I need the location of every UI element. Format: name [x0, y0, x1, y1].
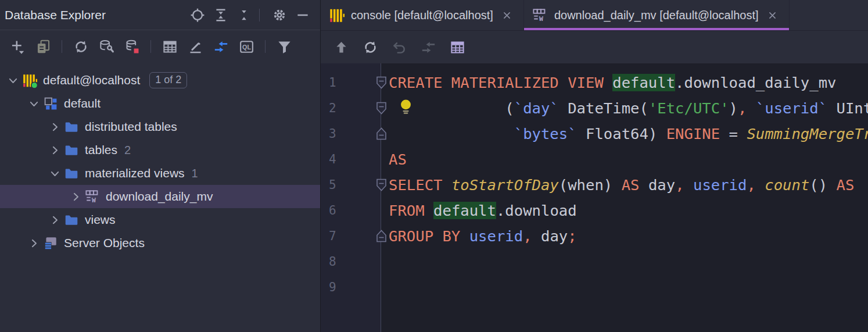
clickhouse-icon — [329, 8, 345, 23]
code-line-4: 4AS — [321, 147, 868, 172]
tab-download-daily-mv[interactable]: Wdownload_daily_mv [default@localhost] — [524, 0, 790, 30]
refresh-icon[interactable] — [71, 37, 90, 56]
jump-to-console-icon[interactable] — [211, 37, 230, 56]
code-line-5: 5SELECT toStartOfDay(when) AS day, useri… — [321, 172, 868, 198]
tab-label: download_daily_mv [default@localhost] — [554, 9, 759, 22]
chevron-right-icon[interactable] — [48, 120, 62, 134]
tree-item-views[interactable]: views — [0, 208, 320, 231]
hide-panel-icon[interactable] — [293, 6, 312, 24]
tree-item-default-localhost[interactable]: default@localhost1 of 2 — [0, 69, 320, 92]
fold-marker-icon[interactable] — [376, 179, 387, 191]
mv-icon: W — [532, 8, 548, 23]
code-line-text: SELECT toStartOfDay(when) AS day, userid… — [389, 172, 868, 198]
editor-tab-bar: console [default@localhost]Wdownload_dai… — [321, 0, 868, 31]
tree-item-label: distributed tables — [85, 120, 177, 134]
panel-header: Database Explorer — [0, 0, 320, 30]
line-number: 5 — [321, 172, 373, 198]
refresh-light-icon[interactable] — [361, 38, 379, 56]
code-line-text: AS — [389, 147, 868, 172]
undo-icon[interactable] — [390, 38, 408, 56]
item-count: 2 — [124, 144, 131, 157]
tree-item-label: views — [85, 213, 116, 227]
chevron-right-icon[interactable] — [48, 213, 62, 227]
folder-icon — [64, 166, 79, 181]
schema-icon — [43, 96, 58, 111]
tree-item-label: materialized views — [85, 166, 185, 180]
tree-item-label: Server Objects — [64, 236, 145, 250]
tree-item-label: tables — [85, 143, 117, 157]
tree-item-label: default@localhost — [43, 73, 140, 87]
disconnect-icon[interactable] — [123, 37, 141, 56]
panel-header-actions — [184, 6, 312, 24]
code-line-3: 3 `bytes` Float64) ENGINE = SummingMerge… — [321, 121, 868, 147]
table-view-icon[interactable] — [448, 38, 467, 56]
close-tab-icon[interactable] — [500, 8, 514, 22]
svg-text:QL: QL — [242, 44, 251, 51]
code-line-text: GROUP BY userid, day; — [389, 223, 868, 249]
chevron-down-icon[interactable] — [27, 97, 41, 110]
expand-all-icon[interactable] — [211, 6, 230, 24]
query-console-icon[interactable]: QL — [237, 37, 256, 56]
chevron-right-icon[interactable] — [69, 190, 83, 204]
tree-item-download-daily-mv[interactable]: Wdownload_daily_mv — [0, 185, 320, 208]
database-ide-window: Database Explorer QL default@localhost1 … — [0, 0, 868, 332]
tree-item-default[interactable]: default — [0, 92, 320, 115]
line-number: 1 — [321, 70, 373, 95]
tree-item-server-objects[interactable]: Server Objects — [0, 231, 320, 255]
tab-label: console [default@localhost] — [351, 9, 493, 22]
code-line-text: CREATE MATERIALIZED VIEW default.downloa… — [389, 70, 868, 95]
database-explorer-panel: Database Explorer QL default@localhost1 … — [0, 0, 320, 332]
item-count: 1 — [192, 167, 198, 180]
new-item-icon[interactable] — [8, 37, 27, 56]
tree-item-distributed-tables[interactable]: distributed tables — [0, 115, 320, 138]
settings-icon[interactable] — [270, 6, 289, 24]
folder-icon — [64, 142, 79, 158]
toolbar-separator — [62, 40, 62, 53]
modify-icon[interactable] — [186, 37, 205, 56]
collapse-all-icon[interactable] — [235, 6, 253, 24]
code-line-text: (`day` DateTime('Etc/UTC'), `userid` UIn… — [389, 95, 868, 121]
chevron-right-icon[interactable] — [48, 143, 62, 157]
chevron-down-icon[interactable] — [48, 166, 62, 180]
sql-editor[interactable]: 1CREATE MATERIALIZED VIEW default.downlo… — [321, 63, 868, 332]
line-number: 2 — [321, 95, 373, 121]
line-number: 4 — [321, 147, 373, 172]
explorer-toolbar: QL — [0, 30, 320, 63]
jump-to-editor-icon[interactable] — [419, 38, 437, 56]
fold-marker-icon[interactable] — [376, 230, 387, 242]
fold-marker-icon[interactable] — [376, 127, 387, 140]
filter-icon[interactable] — [275, 37, 293, 56]
tab-console[interactable]: console [default@localhost] — [321, 0, 524, 30]
toolbar-separator — [150, 40, 151, 53]
code-line-6: 6FROM default.download — [321, 198, 868, 223]
close-tab-icon[interactable] — [766, 8, 780, 22]
datasource-properties-icon[interactable] — [97, 37, 116, 56]
code-line-9: 9 — [321, 274, 868, 300]
table-data-icon[interactable] — [160, 37, 179, 56]
chevron-down-icon[interactable] — [6, 73, 20, 87]
code-line-text: `bytes` Float64) ENGINE = SummingMergeTr… — [389, 121, 868, 147]
chevron-right-icon[interactable] — [27, 236, 41, 250]
svg-text:W: W — [539, 15, 543, 23]
locate-icon[interactable] — [188, 6, 207, 24]
connection-count-badge: 1 of 2 — [149, 72, 187, 88]
fold-marker-icon[interactable] — [376, 76, 387, 89]
toolbar-separator — [259, 9, 260, 22]
line-number: 6 — [321, 198, 373, 223]
editor-toolbar — [321, 31, 868, 63]
code-line-2: 2 (`day` DateTime('Etc/UTC'), `userid` U… — [321, 95, 868, 121]
tree-item-label: default — [64, 97, 101, 110]
duplicate-icon[interactable] — [34, 37, 52, 56]
submit-arrow-icon[interactable] — [332, 38, 350, 56]
tree-item-tables[interactable]: tables2 — [0, 138, 320, 162]
fold-marker-icon[interactable] — [376, 102, 387, 115]
code-line-8: 8 — [321, 249, 868, 274]
tree-item-materialized-views[interactable]: materialized views1 — [0, 162, 320, 185]
code-line-text — [389, 274, 868, 300]
line-number: 7 — [321, 223, 373, 249]
database-tree: default@localhost1 of 2defaultdistribute… — [0, 63, 320, 332]
server-icon — [43, 235, 58, 251]
svg-text:W: W — [92, 196, 96, 204]
clickhouse-connected-icon — [22, 73, 37, 88]
tree-item-label: download_daily_mv — [106, 190, 213, 204]
